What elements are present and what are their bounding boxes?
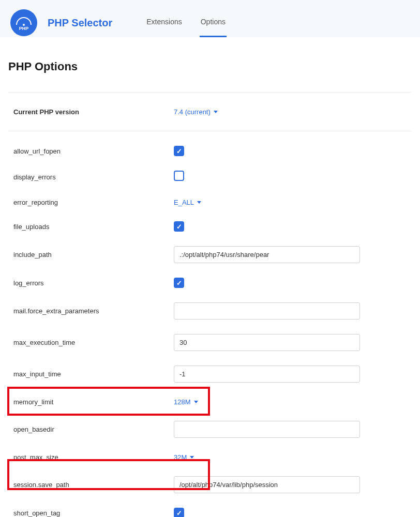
option-label: max_input_time	[13, 370, 174, 378]
dropdown-value: 32M	[174, 453, 187, 461]
option-row: session.save_path	[13, 476, 407, 493]
options-section: allow_url_fopen display_errors error_rep…	[8, 131, 412, 517]
memory-limit-dropdown[interactable]: 128M	[174, 398, 198, 406]
option-row: max_input_time	[13, 366, 407, 383]
caret-down-icon	[197, 201, 201, 204]
max-input-time-input[interactable]	[174, 366, 360, 383]
session-save-path-input[interactable]	[174, 476, 360, 493]
dropdown-value: 128M	[174, 398, 191, 406]
option-row: log_errors	[13, 278, 407, 288]
option-label: memory_limit	[13, 398, 174, 406]
option-label: max_execution_time	[13, 339, 174, 346]
max-execution-time-input[interactable]	[174, 334, 360, 351]
dropdown-value: E_ALL	[174, 199, 194, 206]
open-basedir-input[interactable]	[174, 421, 360, 438]
tab-extensions[interactable]: Extensions	[137, 8, 191, 37]
page-content: PHP Options Current PHP version 7.4 (cur…	[0, 37, 420, 517]
option-row: max_execution_time	[13, 334, 407, 351]
option-label: short_open_tag	[13, 509, 174, 517]
option-label: mail.force_extra_parameters	[13, 307, 174, 315]
log-errors-checkbox[interactable]	[174, 278, 184, 288]
option-row: display_errors	[13, 171, 407, 183]
include-path-input[interactable]	[174, 246, 360, 263]
option-label: open_basedir	[13, 425, 174, 433]
option-row: short_open_tag	[13, 508, 407, 517]
file-uploads-checkbox[interactable]	[174, 221, 184, 232]
version-section: Current PHP version 7.4 (current)	[8, 92, 412, 131]
option-row: post_max_size 32M	[13, 452, 407, 462]
tab-options[interactable]: Options	[191, 8, 235, 37]
option-row: open_basedir	[13, 421, 407, 438]
option-label: allow_url_fopen	[13, 147, 174, 155]
mail-force-extra-parameters-input[interactable]	[174, 302, 360, 320]
caret-down-icon	[194, 401, 198, 403]
caret-down-icon	[214, 111, 218, 113]
display-errors-checkbox[interactable]	[174, 171, 184, 181]
option-label: display_errors	[13, 173, 174, 181]
app-header: PHP PHP Selector Extensions Options	[0, 0, 420, 37]
option-row: allow_url_fopen	[13, 146, 407, 156]
option-label: post_max_size	[13, 453, 174, 461]
page-title: PHP Options	[8, 60, 412, 73]
option-label: session.save_path	[13, 481, 174, 489]
option-label: file_uploads	[13, 223, 174, 231]
version-value: 7.4 (current)	[174, 108, 211, 116]
allow-url-fopen-checkbox[interactable]	[174, 146, 184, 156]
option-row: include_path	[13, 246, 407, 263]
option-row: memory_limit 128M	[13, 397, 407, 406]
option-row: error_reporting E_ALL	[13, 197, 407, 207]
svg-text:PHP: PHP	[19, 26, 29, 31]
short-open-tag-checkbox[interactable]	[174, 508, 184, 517]
php-logo-icon: PHP	[10, 9, 37, 36]
version-dropdown[interactable]: 7.4 (current)	[174, 108, 218, 116]
option-row: file_uploads	[13, 221, 407, 232]
app-title: PHP Selector	[48, 17, 112, 29]
option-label: include_path	[13, 251, 174, 258]
option-label: error_reporting	[13, 199, 174, 206]
tab-bar: Extensions Options	[137, 8, 235, 37]
option-label: log_errors	[13, 279, 174, 287]
post-max-size-dropdown[interactable]: 32M	[174, 453, 194, 461]
option-row: mail.force_extra_parameters	[13, 302, 407, 320]
error-reporting-dropdown[interactable]: E_ALL	[174, 199, 201, 206]
caret-down-icon	[190, 456, 194, 459]
version-label: Current PHP version	[13, 108, 174, 116]
